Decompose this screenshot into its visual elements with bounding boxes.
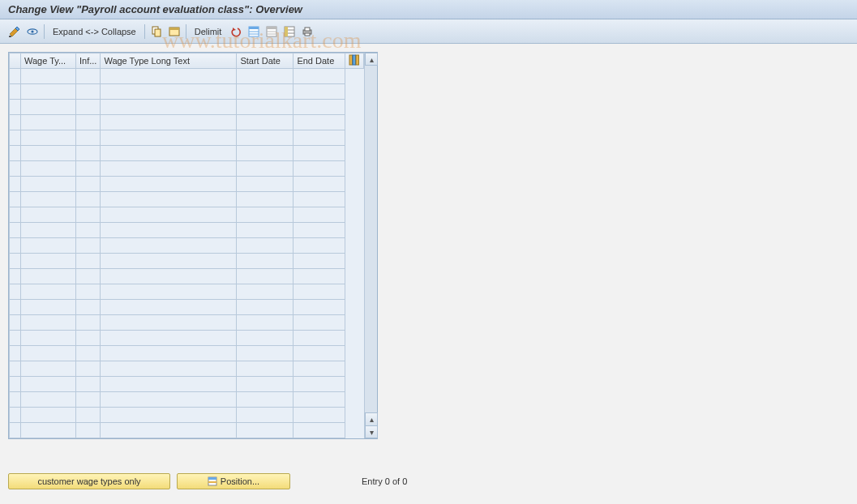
vertical-scrollbar[interactable]: ▴ ▴ ▾ <box>364 53 377 438</box>
cell[interactable] <box>237 300 294 315</box>
cell[interactable] <box>237 100 294 115</box>
cell[interactable] <box>101 254 237 269</box>
cell[interactable] <box>101 130 237 146</box>
cell[interactable] <box>76 100 101 115</box>
cell[interactable] <box>294 392 345 408</box>
cell[interactable] <box>101 423 237 438</box>
cell[interactable] <box>294 346 345 361</box>
cell[interactable] <box>294 161 345 177</box>
cell[interactable] <box>101 408 237 423</box>
cell[interactable] <box>76 130 101 146</box>
cell[interactable] <box>237 331 294 346</box>
select-block-icon[interactable] <box>166 23 182 40</box>
cell[interactable] <box>101 115 237 130</box>
cell[interactable] <box>294 269 345 284</box>
cell[interactable] <box>237 177 294 192</box>
cell[interactable] <box>76 300 101 315</box>
cell[interactable] <box>237 377 294 392</box>
cell[interactable] <box>237 361 294 377</box>
row-selector[interactable] <box>10 146 21 161</box>
row-selector[interactable] <box>10 254 21 269</box>
cell[interactable] <box>76 238 101 254</box>
cell[interactable] <box>101 161 237 177</box>
cell[interactable] <box>21 146 76 161</box>
cell[interactable] <box>21 408 76 423</box>
row-selector[interactable] <box>10 361 21 377</box>
cell[interactable] <box>21 423 76 438</box>
row-selector[interactable] <box>10 130 21 146</box>
col-header-configure[interactable] <box>345 53 364 69</box>
cell[interactable] <box>21 115 76 130</box>
deselect-all-icon[interactable] <box>264 23 280 40</box>
row-selector[interactable] <box>10 238 21 254</box>
cell[interactable] <box>76 269 101 284</box>
cell[interactable] <box>237 315 294 331</box>
cell[interactable] <box>101 223 237 238</box>
cell[interactable] <box>21 269 76 284</box>
cell[interactable] <box>21 192 76 207</box>
col-header-start-date[interactable]: Start Date <box>237 53 294 69</box>
select-all-icon[interactable] <box>246 23 262 40</box>
row-selector[interactable] <box>10 392 21 408</box>
cell[interactable] <box>237 269 294 284</box>
cell[interactable] <box>101 361 237 377</box>
row-selector[interactable] <box>10 269 21 284</box>
cell[interactable] <box>76 146 101 161</box>
customer-wage-types-button[interactable]: customer wage types only <box>8 473 170 489</box>
cell[interactable] <box>294 207 345 223</box>
cell[interactable] <box>76 69 101 84</box>
cell[interactable] <box>237 84 294 100</box>
cell[interactable] <box>76 284 101 300</box>
row-selector[interactable] <box>10 346 21 361</box>
col-header-end-date[interactable]: End Date <box>294 53 345 69</box>
cell[interactable] <box>76 346 101 361</box>
cell[interactable] <box>76 408 101 423</box>
cell[interactable] <box>101 177 237 192</box>
cell[interactable] <box>21 238 76 254</box>
scroll-down-arrow-upper[interactable]: ▴ <box>365 412 378 425</box>
cell[interactable] <box>237 284 294 300</box>
cell[interactable] <box>21 392 76 408</box>
cell[interactable] <box>237 115 294 130</box>
table-settings-icon[interactable] <box>281 23 298 40</box>
cell[interactable] <box>21 223 76 238</box>
cell[interactable] <box>76 361 101 377</box>
cell[interactable] <box>294 408 345 423</box>
row-selector[interactable] <box>10 207 21 223</box>
position-button[interactable]: Position... <box>177 473 290 489</box>
cell[interactable] <box>21 300 76 315</box>
cell[interactable] <box>237 408 294 423</box>
row-selector[interactable] <box>10 331 21 346</box>
cell[interactable] <box>101 269 237 284</box>
row-selector[interactable] <box>10 69 21 84</box>
row-selector[interactable] <box>10 377 21 392</box>
print-icon[interactable] <box>299 23 315 40</box>
cell[interactable] <box>294 192 345 207</box>
row-selector[interactable] <box>10 223 21 238</box>
cell[interactable] <box>237 192 294 207</box>
delimit-button[interactable]: Delimit <box>190 25 227 38</box>
cell[interactable] <box>237 207 294 223</box>
cell[interactable] <box>294 254 345 269</box>
cell[interactable] <box>237 130 294 146</box>
cell[interactable] <box>76 254 101 269</box>
cell[interactable] <box>237 392 294 408</box>
cell[interactable] <box>294 84 345 100</box>
cell[interactable] <box>294 377 345 392</box>
other-view-icon[interactable] <box>24 23 41 40</box>
cell[interactable] <box>101 331 237 346</box>
cell[interactable] <box>101 346 237 361</box>
cell[interactable] <box>76 161 101 177</box>
row-selector[interactable] <box>10 408 21 423</box>
cell[interactable] <box>237 254 294 269</box>
cell[interactable] <box>21 254 76 269</box>
cell[interactable] <box>294 315 345 331</box>
cell[interactable] <box>21 84 76 100</box>
cell[interactable] <box>294 361 345 377</box>
row-selector[interactable] <box>10 192 21 207</box>
row-selector[interactable] <box>10 284 21 300</box>
cell[interactable] <box>237 146 294 161</box>
cell[interactable] <box>21 284 76 300</box>
cell[interactable] <box>101 100 237 115</box>
cell[interactable] <box>294 130 345 146</box>
